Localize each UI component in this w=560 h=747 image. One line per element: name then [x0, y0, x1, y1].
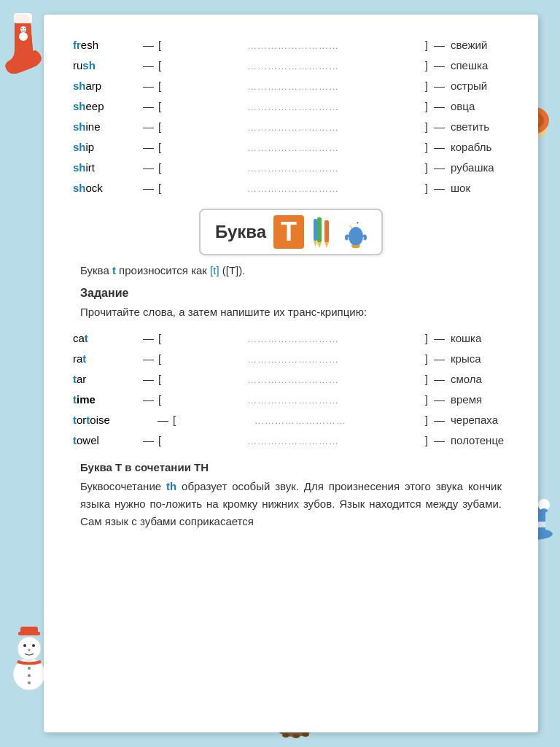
word-cat: cat [73, 330, 139, 347]
svg-marker-43 [324, 242, 329, 248]
word-row-tar: tar — [ ……………………… ] — смола [73, 371, 509, 388]
word-rush: rush [73, 57, 139, 74]
word-row-shirt: shirt — [ ……………………… ] — рубашка [73, 159, 509, 177]
word-row-sharp: sharp — [ ……………………… ] — острый [73, 77, 509, 95]
letter-box: Буква T [199, 209, 383, 255]
svg-rect-42 [324, 220, 329, 242]
th-section-title: Буква Т в сочетании ТН [73, 461, 509, 473]
word-row-cat: cat — [ ……………………… ] — кошка [73, 330, 509, 347]
th-section-text: Буквосочетание th образует особый звук. … [73, 478, 509, 530]
svg-rect-24 [20, 627, 38, 635]
svg-point-49 [357, 222, 359, 224]
svg-point-46 [349, 227, 363, 246]
word-towel: towel [73, 432, 139, 449]
page-content: fresh — [ ……………………… ] — свежий rush — [ … [44, 15, 538, 732]
svg-point-20 [540, 508, 548, 513]
svg-point-26 [32, 644, 35, 647]
word-row-tortoise: tortoise — [ ……………………… ] — черепаха [73, 411, 509, 429]
word-row-shock: shock — [ ……………………… ] — шок [73, 179, 509, 197]
word-row-ship: ship — [ ……………………… ] — корабль [73, 139, 509, 156]
word-ship: ship [73, 139, 139, 156]
svg-point-22 [18, 637, 41, 660]
word-row-towel: towel — [ ……………………… ] — полотенце [73, 432, 509, 449]
svg-rect-0 [14, 13, 32, 23]
letter-T-display: T [273, 215, 304, 249]
word-rat: rat [73, 350, 139, 368]
word-sheep: sheep [73, 98, 139, 115]
word-row-fresh: fresh — [ ……………………… ] — свежий [73, 36, 509, 54]
svg-point-39 [302, 732, 309, 737]
svg-point-3 [21, 28, 23, 29]
svg-point-37 [282, 733, 289, 738]
word-sharp: sharp [73, 77, 139, 95]
word-tar: tar [73, 371, 139, 388]
bukva-label: Буква [215, 222, 266, 242]
svg-point-30 [28, 681, 31, 684]
word-row-rat: rat — [ ……………………… ] — крыса [73, 350, 509, 368]
svg-rect-40 [317, 217, 322, 242]
svg-point-27 [28, 649, 31, 651]
svg-point-1 [19, 32, 28, 41]
sh-word-list: fresh — [ ……………………… ] — свежий rush — [ … [73, 36, 509, 197]
word-shock: shock [73, 179, 139, 197]
letter-description: Буква t произносится как [t] ([T]). [73, 264, 509, 276]
word-row-rush: rush — [ ……………………… ] — спешка [73, 57, 509, 74]
pencils-icon [311, 214, 338, 249]
svg-point-29 [28, 674, 31, 677]
svg-point-25 [23, 644, 26, 647]
word-row-time: time — [ ……………………… ] — время [73, 391, 509, 409]
letter-t-header: Буква T [73, 209, 509, 255]
word-row-sheep: sheep — [ ……………………… ] — овца [73, 98, 509, 115]
svg-rect-44 [314, 219, 317, 241]
t-word-list: cat — [ ……………………… ] — кошка rat — [ …………… [73, 330, 509, 449]
zadanie-text: Прочитайте слова, а затем напишите их тр… [73, 304, 509, 321]
svg-point-28 [28, 667, 31, 670]
word-shine: shine [73, 118, 139, 136]
svg-point-4 [24, 28, 26, 29]
word-tortoise: tortoise [73, 411, 153, 429]
word-fresh: fresh [73, 36, 139, 54]
word-shirt: shirt [73, 159, 139, 177]
svg-marker-41 [317, 242, 322, 248]
svg-point-38 [292, 734, 300, 738]
bird-icon [345, 214, 367, 249]
svg-marker-45 [314, 241, 317, 247]
zadanie-title: Задание [73, 287, 509, 300]
word-time: time [73, 391, 139, 409]
word-row-shine: shine — [ ……………………… ] — светить [73, 118, 509, 136]
